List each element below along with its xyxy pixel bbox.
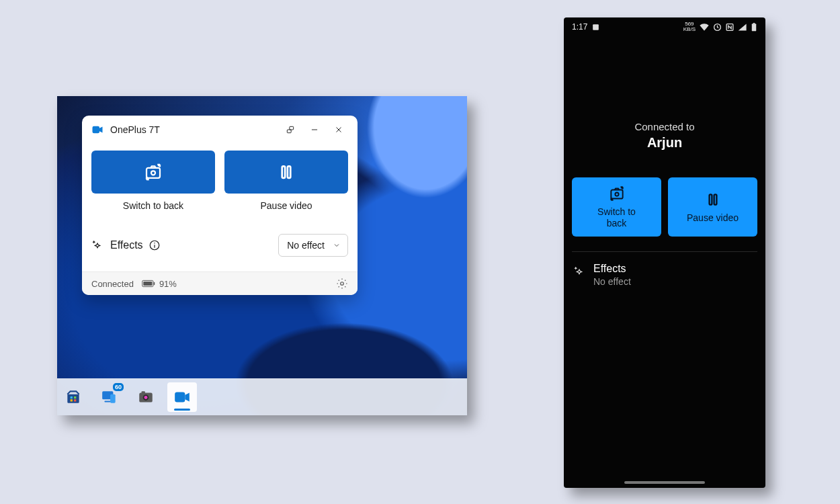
switch-camera-button[interactable]: Switch toback <box>572 177 661 237</box>
svg-rect-15 <box>143 282 152 286</box>
minimize-button[interactable] <box>302 119 327 140</box>
svg-rect-29 <box>175 392 185 402</box>
svg-rect-19 <box>74 396 76 398</box>
effects-label: Effects <box>593 263 631 275</box>
battery-icon <box>142 280 155 288</box>
svg-rect-38 <box>714 194 716 204</box>
titlebar: OnePlus 7T <box>82 116 358 144</box>
svg-rect-21 <box>74 399 76 401</box>
svg-rect-14 <box>154 282 155 286</box>
window-title: OnePlus 7T <box>110 124 160 135</box>
svg-rect-28 <box>142 391 145 393</box>
svg-rect-1 <box>290 126 294 130</box>
switch-camera-button[interactable] <box>91 151 215 194</box>
desktop-screenshot: OnePlus 7T <box>57 96 467 415</box>
pause-video-label: Pause video <box>687 212 739 224</box>
svg-rect-37 <box>709 194 712 204</box>
svg-rect-8 <box>282 166 285 178</box>
taskbar-video-app[interactable] <box>167 382 197 412</box>
wifi-icon <box>699 23 710 32</box>
switch-camera-label: Switch to back <box>91 200 215 211</box>
pause-icon <box>704 191 722 208</box>
clock-icon <box>713 23 722 32</box>
svg-point-27 <box>144 396 148 399</box>
app-icon <box>91 124 103 136</box>
phone-screenshot: 1:17 569 KB/S Connected to Arjun Switch … <box>564 17 765 488</box>
connection-status: Connected <box>91 279 134 289</box>
status-time: 1:17 <box>572 22 587 32</box>
battery-value: 91% <box>159 279 177 289</box>
svg-rect-17 <box>67 394 79 403</box>
network-speed: 569 KB/S <box>683 22 696 32</box>
app-window: OnePlus 7T <box>82 116 358 295</box>
tabs-overview-button[interactable] <box>278 119 302 140</box>
connected-to-label: Connected to <box>572 121 757 132</box>
svg-point-16 <box>341 282 344 286</box>
effects-icon <box>91 239 103 251</box>
switch-camera-label: Switch toback <box>597 206 636 229</box>
nfc-icon <box>725 23 734 32</box>
effects-icon <box>573 265 585 278</box>
close-button[interactable] <box>327 119 351 140</box>
svg-point-36 <box>615 192 618 196</box>
svg-rect-24 <box>110 394 116 403</box>
info-icon[interactable] <box>149 239 161 251</box>
chevron-down-icon <box>333 241 341 249</box>
svg-rect-9 <box>288 166 290 178</box>
pause-video-label: Pause video <box>224 200 348 211</box>
svg-rect-18 <box>71 396 73 398</box>
phonelink-badge: 60 <box>113 383 124 391</box>
pause-video-button[interactable] <box>224 151 348 194</box>
statusbar: 1:17 569 KB/S <box>564 17 765 34</box>
connected-to-name: Arjun <box>572 135 757 151</box>
app-indicator-icon <box>591 23 600 32</box>
svg-rect-6 <box>146 168 160 178</box>
divider <box>572 251 757 252</box>
settings-button[interactable] <box>336 278 348 290</box>
svg-rect-34 <box>753 23 755 24</box>
effects-row[interactable]: Effects No effect <box>572 263 757 287</box>
svg-rect-30 <box>593 24 599 30</box>
battery-indicator: 91% <box>142 279 177 289</box>
svg-rect-20 <box>71 399 73 401</box>
battery-icon <box>751 23 757 32</box>
effects-select[interactable]: No effect <box>278 234 348 257</box>
camera-icon <box>137 388 155 406</box>
svg-point-7 <box>151 171 155 175</box>
signal-icon <box>738 23 747 32</box>
taskbar-store[interactable] <box>58 382 88 412</box>
effects-label: Effects <box>110 239 143 251</box>
taskbar-camera[interactable] <box>131 382 161 412</box>
effects-value: No effect <box>593 276 631 287</box>
video-icon <box>173 388 191 406</box>
svg-rect-35 <box>611 190 622 199</box>
pause-video-button[interactable]: Pause video <box>668 177 757 237</box>
home-indicator[interactable] <box>624 481 705 484</box>
svg-rect-2 <box>287 130 291 133</box>
svg-point-12 <box>154 243 155 244</box>
svg-rect-23 <box>104 401 111 402</box>
effects-select-value: No effect <box>287 240 325 251</box>
taskbar-phonelink[interactable]: 60 <box>95 382 124 412</box>
svg-rect-33 <box>752 24 757 31</box>
svg-rect-0 <box>93 126 100 134</box>
taskbar: 60 <box>57 378 467 415</box>
store-icon <box>65 388 82 406</box>
switch-camera-icon <box>608 185 626 202</box>
